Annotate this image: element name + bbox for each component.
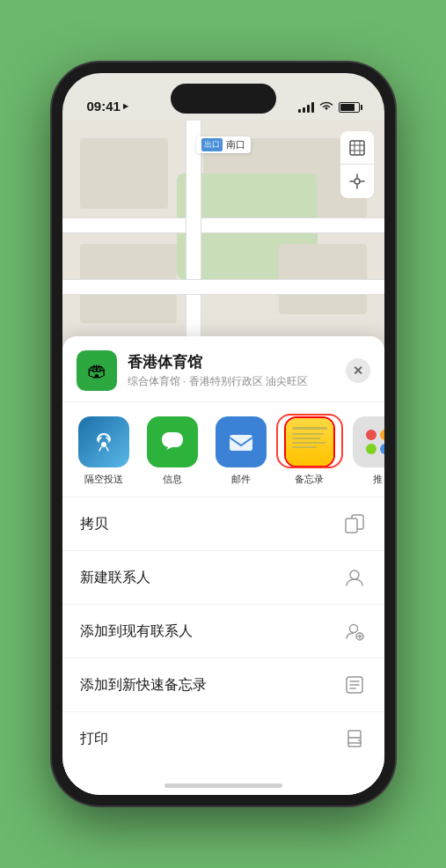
action-add-quick-note[interactable]: 添加到新快速备忘录 bbox=[62, 658, 384, 712]
map-type-button[interactable] bbox=[340, 131, 374, 165]
action-copy-label: 拷贝 bbox=[80, 515, 108, 533]
share-app-notes[interactable]: 备忘录 bbox=[279, 416, 340, 486]
venue-subtitle: 综合体育馆 · 香港特别行政区 油尖旺区 bbox=[128, 374, 346, 389]
print-icon bbox=[342, 726, 367, 751]
svg-rect-6 bbox=[346, 519, 357, 533]
svg-rect-11 bbox=[348, 731, 361, 738]
action-add-existing-contact[interactable]: 添加到现有联系人 bbox=[62, 605, 384, 658]
location-arrow-icon: ▸ bbox=[123, 100, 128, 112]
notes-label: 备忘录 bbox=[295, 473, 324, 486]
status-icons bbox=[298, 100, 360, 114]
close-button[interactable]: ✕ bbox=[346, 358, 370, 383]
svg-rect-3 bbox=[162, 432, 183, 447]
mail-icon bbox=[216, 416, 267, 467]
phone-screen: 09:41 ▸ bbox=[62, 73, 384, 795]
action-new-contact-label: 新建联系人 bbox=[80, 569, 150, 587]
messages-icon bbox=[147, 416, 198, 467]
svg-point-13 bbox=[358, 739, 360, 741]
quick-note-icon bbox=[342, 673, 367, 697]
messages-label: 信息 bbox=[163, 473, 182, 486]
sheet-header: 🏟 香港体育馆 综合体育馆 · 香港特别行政区 油尖旺区 ✕ bbox=[62, 336, 384, 402]
mail-label: 邮件 bbox=[231, 473, 251, 486]
venue-info: 香港体育馆 综合体育馆 · 香港特别行政区 油尖旺区 bbox=[128, 352, 346, 389]
share-app-more[interactable]: 推 bbox=[347, 416, 384, 486]
add-existing-contact-icon bbox=[342, 619, 367, 644]
dynamic-island bbox=[171, 84, 276, 114]
copy-icon bbox=[342, 511, 367, 536]
new-contact-icon bbox=[342, 565, 367, 590]
more-label: 推 bbox=[373, 473, 383, 486]
time-display: 09:41 bbox=[87, 99, 121, 114]
signal-bars-icon bbox=[298, 102, 314, 113]
svg-point-2 bbox=[101, 442, 106, 447]
action-add-quick-note-label: 添加到新快速备忘录 bbox=[80, 676, 207, 695]
share-app-airdrop[interactable]: 隔空投送 bbox=[73, 416, 135, 486]
svg-rect-4 bbox=[230, 435, 252, 451]
share-apps-row: 隔空投送 信息 bbox=[62, 402, 384, 497]
map-label-badge: 出口 bbox=[201, 138, 223, 151]
airdrop-label: 隔空投送 bbox=[84, 473, 123, 486]
action-add-existing-label: 添加到现有联系人 bbox=[80, 622, 193, 641]
notes-icon bbox=[284, 416, 335, 467]
action-new-contact[interactable]: 新建联系人 bbox=[62, 551, 384, 605]
map-location-label: 出口 南口 bbox=[196, 136, 251, 153]
action-print-label: 打印 bbox=[80, 730, 108, 748]
action-copy[interactable]: 拷贝 bbox=[62, 497, 384, 551]
venue-icon: 🏟 bbox=[77, 350, 117, 391]
location-button[interactable] bbox=[340, 165, 374, 198]
apps-scroll: 隔空投送 信息 bbox=[73, 416, 374, 486]
more-apps-icon bbox=[353, 416, 384, 467]
phone-frame: 09:41 ▸ bbox=[52, 63, 395, 805]
svg-point-7 bbox=[350, 570, 359, 579]
bottom-sheet: 🏟 香港体育馆 综合体育馆 · 香港特别行政区 油尖旺区 ✕ bbox=[62, 336, 384, 795]
battery-icon bbox=[339, 102, 360, 113]
svg-point-8 bbox=[349, 625, 357, 633]
airdrop-icon bbox=[78, 416, 129, 467]
wifi-icon bbox=[319, 100, 333, 114]
svg-rect-0 bbox=[350, 141, 364, 155]
home-indicator bbox=[62, 765, 384, 795]
svg-point-1 bbox=[355, 179, 360, 184]
action-list: 拷贝 新建联系人 bbox=[62, 497, 384, 765]
map-label-text: 南口 bbox=[226, 138, 245, 151]
map-controls bbox=[340, 131, 374, 198]
venue-name: 香港体育馆 bbox=[128, 352, 346, 372]
home-bar bbox=[165, 783, 282, 788]
action-print[interactable]: 打印 bbox=[62, 712, 384, 765]
status-time: 09:41 ▸ bbox=[87, 99, 128, 114]
share-app-messages[interactable]: 信息 bbox=[142, 416, 203, 486]
share-app-mail[interactable]: 邮件 bbox=[210, 416, 272, 486]
